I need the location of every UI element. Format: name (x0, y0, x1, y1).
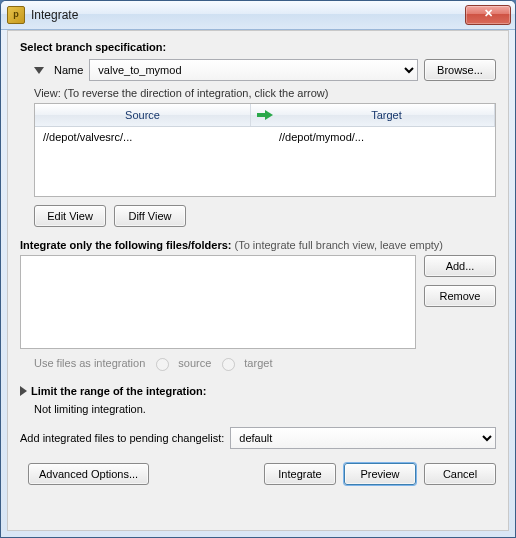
files-header: Integrate only the following files/folde… (20, 239, 496, 251)
reverse-direction-button[interactable] (251, 104, 279, 126)
branch-spec-header-text: Select branch specification: (20, 41, 166, 53)
disclosure-down-icon[interactable] (34, 67, 44, 74)
files-header-text: Integrate only the following files/folde… (20, 239, 231, 251)
integrate-button[interactable]: Integrate (264, 463, 336, 485)
pending-changelist-row: Add integrated files to pending changeli… (20, 427, 496, 449)
use-files-as-row: Use files as integration source target (34, 355, 496, 371)
limit-section: Limit the range of the integration: Not … (20, 385, 496, 415)
limit-header-text: Limit the range of the integration: (31, 385, 206, 397)
branch-name-row: Name valve_to_mymod Browse... (34, 59, 496, 81)
cancel-button[interactable]: Cancel (424, 463, 496, 485)
add-file-button[interactable]: Add... (424, 255, 496, 277)
branch-name-select[interactable]: valve_to_mymod (89, 59, 418, 81)
limit-header-row[interactable]: Limit the range of the integration: (20, 385, 496, 397)
files-listbox[interactable] (20, 255, 416, 349)
source-radio-label: source (178, 357, 211, 369)
source-cell: //depot/valvesrc/... (43, 131, 251, 143)
advanced-options-button[interactable]: Advanced Options... (28, 463, 149, 485)
files-header-note: (To integrate full branch view, leave em… (235, 239, 444, 251)
dialog-footer: Advanced Options... Integrate Preview Ca… (20, 463, 496, 485)
edit-view-button[interactable]: Edit View (34, 205, 106, 227)
target-radio (222, 358, 235, 371)
window-title: Integrate (31, 8, 465, 22)
browse-button[interactable]: Browse... (424, 59, 496, 81)
remove-file-button[interactable]: Remove (424, 285, 496, 307)
integrate-dialog: p Integrate ✕ Select branch specificatio… (0, 0, 516, 538)
view-table-header: Source Target (35, 104, 495, 127)
titlebar: p Integrate ✕ (1, 1, 515, 30)
branch-view-table: Source Target //depot/valvesrc/... //dep… (34, 103, 496, 197)
files-buttons: Add... Remove (424, 255, 496, 349)
target-radio-label: target (244, 357, 272, 369)
close-button[interactable]: ✕ (465, 5, 511, 25)
name-label: Name (54, 64, 83, 76)
pending-changelist-label: Add integrated files to pending changeli… (20, 432, 224, 444)
diff-view-button[interactable]: Diff View (114, 205, 186, 227)
use-files-as-label: Use files as integration (34, 357, 145, 369)
target-cell: //depot/mymod/... (279, 131, 487, 143)
arrow-right-icon (257, 110, 273, 120)
col-target[interactable]: Target (279, 104, 495, 126)
view-hint: View: (To reverse the direction of integ… (34, 87, 496, 99)
branch-spec-header: Select branch specification: (20, 41, 496, 53)
source-radio (156, 358, 169, 371)
col-source[interactable]: Source (35, 104, 251, 126)
dialog-content: Select branch specification: Name valve_… (7, 30, 509, 531)
pending-changelist-select[interactable]: default (230, 427, 496, 449)
preview-button[interactable]: Preview (344, 463, 416, 485)
disclosure-right-icon (20, 386, 27, 396)
view-buttons: Edit View Diff View (34, 205, 496, 227)
app-icon: p (7, 6, 25, 24)
view-table-body: //depot/valvesrc/... //depot/mymod/... (35, 127, 495, 196)
files-area: Add... Remove (20, 255, 496, 349)
table-row[interactable]: //depot/valvesrc/... //depot/mymod/... (35, 127, 495, 147)
limit-status: Not limiting integration. (34, 403, 496, 415)
